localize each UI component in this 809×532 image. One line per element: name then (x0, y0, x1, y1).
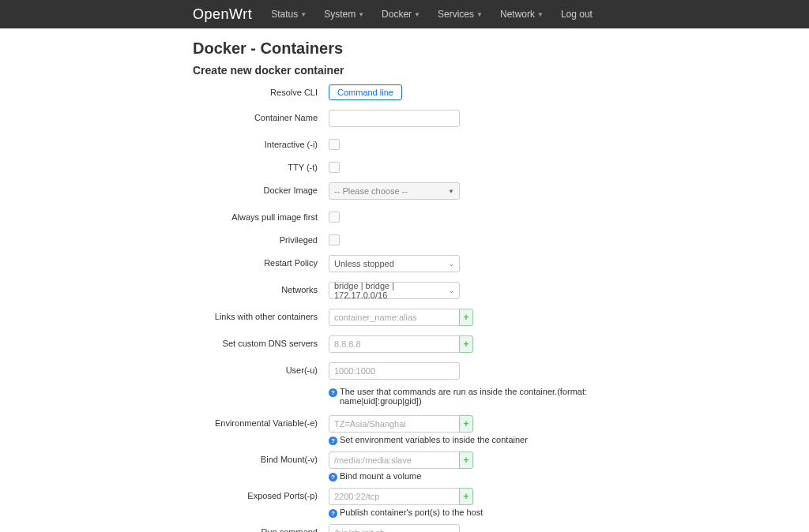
nav-logout[interactable]: Log out (561, 9, 593, 20)
navbar: OpenWrt Status▼ System▼ Docker▼ Services… (0, 0, 809, 28)
chevron-down-icon: ⌄ (449, 287, 454, 294)
chevron-down-icon: ▼ (300, 11, 307, 18)
links-input[interactable] (329, 309, 460, 326)
links-add-button[interactable]: + (459, 309, 473, 326)
chevron-down-icon: ▼ (476, 11, 483, 18)
user-hint: ? The user that commands are run as insi… (329, 387, 616, 406)
bind-label: Bind Mount(-v) (193, 451, 329, 464)
restart-policy-label: Restart Policy (193, 255, 329, 268)
restart-policy-select[interactable]: Unless stopped ⌄ (329, 255, 460, 272)
chevron-down-icon: ⌄ (449, 260, 454, 268)
page-title: Docker - Containers (193, 39, 616, 58)
networks-label: Networks (193, 282, 329, 294)
run-cmd-input[interactable] (329, 524, 460, 532)
env-input[interactable] (329, 415, 460, 433)
tty-checkbox[interactable] (329, 162, 340, 173)
info-icon: ? (329, 436, 337, 445)
interactive-label: Interactive (-i) (193, 137, 329, 149)
ports-label: Exposed Ports(-p) (193, 488, 329, 500)
bind-input[interactable] (329, 451, 460, 469)
chevron-down-icon: ▼ (414, 11, 420, 18)
container-name-label: Container Name (193, 110, 329, 122)
nav-status[interactable]: Status▼ (271, 9, 307, 20)
chevron-down-icon: ▼ (448, 188, 454, 195)
ports-hint: ? Publish container's port(s) to the hos… (329, 508, 616, 518)
privileged-label: Privileged (193, 232, 329, 245)
resolve-cli-label: Resolve CLI (193, 84, 329, 97)
ports-add-button[interactable]: + (459, 488, 473, 505)
nav-system[interactable]: System▼ (324, 9, 364, 20)
info-icon: ? (329, 509, 337, 518)
run-cmd-label: Run command (193, 524, 329, 532)
bind-add-button[interactable]: + (459, 451, 473, 469)
dns-add-button[interactable]: + (459, 335, 473, 353)
docker-image-select[interactable]: -- Please choose -- ▼ (329, 182, 460, 200)
nav-network[interactable]: Network▼ (500, 9, 544, 20)
dns-label: Set custom DNS servers (193, 335, 329, 348)
always-pull-label: Always pull image first (193, 209, 329, 222)
main-container: Docker - Containers Create new docker co… (193, 28, 616, 532)
interactive-checkbox[interactable] (329, 139, 340, 150)
docker-image-label: Docker Image (193, 182, 329, 195)
user-label: User(-u) (193, 362, 329, 375)
networks-select[interactable]: bridge | bridge | 172.17.0.0/16 ⌄ (329, 282, 460, 299)
env-hint: ? Set environment variables to inside th… (329, 435, 616, 445)
brand-logo: OpenWrt (193, 6, 252, 23)
info-icon: ? (329, 473, 337, 481)
chevron-down-icon: ▼ (537, 11, 544, 18)
bind-hint: ? Bind mount a volume (329, 471, 616, 481)
user-input[interactable] (329, 362, 460, 380)
chevron-down-icon: ▼ (358, 11, 364, 18)
env-add-button[interactable]: + (459, 415, 473, 433)
links-label: Links with other containers (193, 309, 329, 321)
nav-docker[interactable]: Docker▼ (382, 9, 420, 20)
privileged-checkbox[interactable] (329, 234, 340, 245)
container-name-input[interactable] (329, 110, 460, 127)
page-subtitle: Create new docker container (193, 64, 616, 77)
command-line-button[interactable]: Command line (329, 84, 402, 100)
env-label: Environmental Variable(-e) (193, 415, 329, 428)
nav-services[interactable]: Services▼ (438, 9, 483, 20)
tty-label: TTY (-t) (193, 159, 329, 172)
always-pull-checkbox[interactable] (329, 212, 340, 223)
dns-input[interactable] (329, 335, 460, 353)
info-icon: ? (329, 388, 337, 397)
ports-input[interactable] (329, 488, 460, 505)
